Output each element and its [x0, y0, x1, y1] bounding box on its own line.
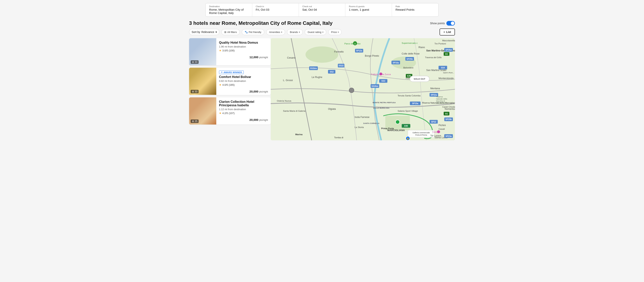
svg-text:Tomba di: Tomba di [334, 136, 344, 139]
image-count-2: ⊞ 33 [191, 90, 198, 93]
svg-rect-0 [271, 38, 455, 141]
svg-text:Marina: Marina [295, 133, 302, 136]
list-view-label: List [446, 30, 451, 33]
svg-point-80 [349, 88, 354, 93]
svg-point-1 [306, 46, 338, 63]
amenities-label: Amenities [269, 31, 280, 33]
list-icon: ≡ [444, 30, 445, 33]
checkin-value: Fri, Oct 03 [256, 8, 295, 11]
image-count-icon: ⊞ [192, 61, 194, 63]
svg-text:SANTA CORNELIA: SANTA CORNELIA [363, 122, 380, 124]
svg-text:SP16a: SP16a [393, 61, 399, 64]
rooms-field[interactable]: Rooms & guests 1 room, 1 guest [345, 3, 392, 16]
svg-text:SP29b: SP29b [446, 118, 452, 121]
svg-text:Porta di Roma: Porta di Roma [415, 134, 427, 136]
hotel-card-1[interactable]: ⊞ 33 Quality Hotel Nova Domus 1.96 mi fr… [189, 38, 271, 65]
all-filters-chip[interactable]: ⊞ All filters [221, 29, 240, 35]
star-icon-3: ★ [219, 112, 222, 115]
rooms-label: Rooms & guests [349, 5, 388, 7]
star-icon-2: ★ [219, 83, 222, 86]
price-chevron-icon: ▾ [338, 31, 339, 33]
svg-point-81 [396, 120, 400, 124]
content-area: ⊞ 33 Quality Hotel Nova Domus 1.96 mi fr… [189, 38, 455, 141]
sort-dropdown[interactable]: Sort by Relevance ▾ [189, 29, 220, 35]
svg-text:SP25b: SP25b [406, 58, 413, 60]
svg-text:Cesano: Cesano [287, 56, 296, 59]
svg-text:San Martino Scalo: San Martino Scalo [426, 69, 446, 72]
hotel-card-3[interactable]: ⊞ 25 Clarion Collection Hotel Principess… [189, 97, 271, 125]
amenities-chip[interactable]: Amenities ▾ [266, 29, 285, 35]
svg-text:Isola Farnese: Isola Farnese [355, 116, 370, 119]
svg-text:SS22: SS22 [338, 64, 344, 67]
guest-rating-label: Guest rating [308, 31, 322, 33]
reviews-count-3: (107) [229, 112, 234, 115]
rooms-value: 1 room, 1 guest [349, 8, 388, 11]
svg-text:Galleria commerciale: Galleria commerciale [412, 132, 430, 134]
hotel-card-2[interactable]: ⊞ 33 ☆ AWARD WINNER Comfort Hotel Boliva… [189, 68, 271, 95]
results-title: 3 hotels near Rome, Metropolitan City of… [189, 20, 332, 26]
svg-point-43 [379, 73, 382, 75]
hotel-distance-2: 0.82 mi from destination [219, 80, 268, 82]
hotel-price-3: 20,000 pts/night [250, 118, 268, 122]
hotel-rating-3: ★ 4.2/5 (107) [219, 112, 268, 115]
rating-value-3: 4.2/5 [222, 112, 228, 115]
hotel-list: ⊞ 33 Quality Hotel Nova Domus 1.96 mi fr… [189, 38, 271, 141]
svg-text:SS2bis: SS2bis [310, 67, 317, 69]
svg-text:A90: A90 [404, 125, 408, 127]
svg-text:Castel Chiodato: Castel Chiodato [442, 106, 455, 108]
svg-text:Monterotondo: Monterotondo [438, 77, 454, 80]
svg-text:Osteria Nuova: Osteria Nuova [277, 100, 292, 102]
checkout-value: Sat, Oct 04 [302, 8, 342, 11]
award-badge-2: ☆ AWARD WINNER [219, 70, 244, 74]
svg-text:A1: A1 [445, 113, 448, 115]
map-container[interactable]: SS2 SS3 SS4 SP15a A90 Cesano Formello Bo… [271, 38, 455, 141]
svg-text:La Storta: La Storta [355, 126, 364, 128]
hotel-image-2: ⊞ 33 [189, 68, 216, 95]
svg-text:SS2: SS2 [330, 71, 334, 73]
svg-text:Macchia di: Macchia di [436, 100, 445, 102]
star-icon-1: ★ [219, 49, 222, 52]
guest-rating-chip[interactable]: Guest rating ▾ [305, 29, 326, 35]
sort-value: Relevance [201, 30, 214, 33]
svg-text:MONTE PIETRA PERTUSA: MONTE PIETRA PERTUSA [373, 101, 396, 104]
hotel-distance-1: 1.96 mi from destination [219, 45, 268, 48]
price-chip[interactable]: Price ▾ [328, 29, 342, 35]
svg-text:naturale della: naturale della [436, 98, 447, 100]
svg-text:Marzolanella: Marzolanella [442, 39, 455, 42]
image-count-1: ⊞ 33 [191, 60, 198, 64]
hotel-rating-2: ★ 4.0/5 (165) [219, 83, 268, 86]
filter-bar: Sort by Relevance ▾ ⊞ All filters 🐾 Pet … [189, 28, 455, 35]
checkin-field[interactable]: Check in Fri, Oct 03 [252, 3, 299, 16]
destination-field[interactable]: Destination Rome, Metropolitan City of R… [206, 3, 252, 16]
svg-text:Riserva: Riserva [436, 96, 443, 98]
svg-text:SOLD OUT: SOLD OUT [414, 78, 426, 80]
hotel-distance-3: 1.12 mi from destination [219, 108, 268, 111]
svg-text:🔒: 🔒 [406, 137, 409, 140]
svg-text:SP35d: SP35d [446, 49, 452, 51]
pts-label-2: pts/night [259, 90, 268, 93]
destination-label: Destination [209, 5, 248, 7]
rating-value-1: 3.0/5 [222, 49, 228, 52]
svg-text:SP22: SP22 [431, 121, 436, 123]
hotel-price-1: 12,000 pts/night [250, 55, 268, 59]
rate-field[interactable]: Rate Reward Points [392, 3, 438, 16]
svg-text:Gattacecca e...: Gattacecca e... [436, 102, 448, 104]
svg-text:Riano: Riano [418, 46, 425, 49]
brands-chip[interactable]: Brands ▾ [287, 29, 303, 35]
pet-friendly-chip[interactable]: 🐾 Pet friendly [242, 29, 264, 35]
results-header: 3 hotels near Rome, Metropolitan City of… [189, 20, 455, 26]
svg-text:Olgiata: Olgiata [328, 108, 336, 110]
hotel-price-2: 20,000 pts/night [250, 90, 268, 93]
checkout-field[interactable]: Check out Sat, Oct 04 [299, 3, 346, 16]
toggle-switch[interactable]: ✓ [446, 21, 455, 26]
hotel-name-3: Clarion Collection Hotel Principessa Isa… [219, 100, 268, 107]
svg-text:Le Rughe: Le Rughe [312, 76, 322, 79]
svg-text:Tre Pontoni: Tre Pontoni [434, 42, 446, 45]
destination-value: Rome, Metropolitan City of Rome Capital,… [209, 8, 248, 14]
svg-text:Pichini: Pichini [438, 124, 446, 127]
svg-text:Tenuta Santa Colomba: Tenuta Santa Colomba [398, 94, 420, 97]
hotel-rating-1: ★ 3.0/5 (100) [219, 49, 268, 52]
award-star-icon: ☆ [221, 71, 223, 74]
list-view-button[interactable]: ≡ List [440, 28, 455, 35]
show-points-toggle[interactable]: Show points ✓ [430, 21, 455, 26]
